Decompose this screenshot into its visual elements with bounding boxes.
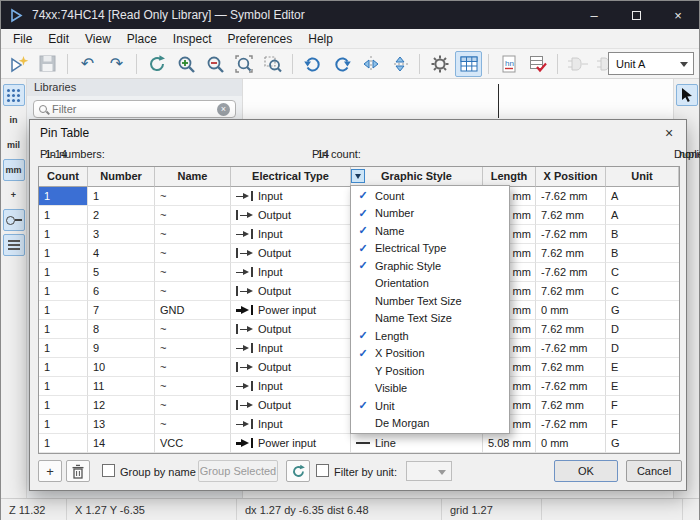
cell-count[interactable]: 1 — [39, 320, 88, 339]
cell-unit[interactable]: F — [606, 396, 679, 415]
column-menu-item[interactable]: ✓ Name — [351, 222, 509, 240]
cell-count[interactable]: 1 — [39, 282, 88, 301]
left-toolbar-button[interactable] — [3, 234, 25, 256]
cell-electrical-type[interactable]: Power input — [231, 301, 351, 320]
group-by-name-checkbox[interactable] — [102, 464, 115, 477]
delete-pin-button[interactable] — [66, 460, 90, 482]
cell-x-position[interactable]: 0 mm — [536, 301, 606, 320]
cell-x-position[interactable]: 7.62 mm — [536, 206, 606, 225]
cell-electrical-type[interactable]: Output — [231, 282, 351, 301]
cell-x-position[interactable]: 7.62 mm — [536, 396, 606, 415]
cell-unit[interactable]: G — [606, 301, 679, 320]
zoom-out-button[interactable] — [201, 51, 228, 77]
cell-number[interactable]: 11 — [88, 377, 155, 396]
cell-x-position[interactable]: -7.62 mm — [536, 377, 606, 396]
cell-x-position[interactable]: -7.62 mm — [536, 225, 606, 244]
cell-count[interactable]: 1 — [39, 187, 88, 206]
cell-x-position[interactable]: 0 mm — [536, 434, 606, 453]
menubar-item[interactable]: Preferences — [220, 32, 301, 46]
column-menu-anchor-button[interactable] — [351, 169, 365, 183]
cell-electrical-type[interactable]: Output — [231, 396, 351, 415]
column-menu-item[interactable]: ✓ Count — [351, 187, 509, 205]
left-toolbar-button[interactable]: mm — [3, 159, 25, 181]
cell-electrical-type[interactable]: Input — [231, 187, 351, 206]
new-symbol-button[interactable] — [5, 51, 32, 77]
cell-count[interactable]: 1 — [39, 244, 88, 263]
cell-electrical-type[interactable]: Output — [231, 206, 351, 225]
menubar-item[interactable]: Edit — [40, 32, 77, 46]
cell-number[interactable]: 9 — [88, 339, 155, 358]
save-button[interactable] — [34, 51, 61, 77]
undo-icon[interactable]: ↶ — [74, 51, 101, 77]
column-header[interactable]: Length — [483, 167, 536, 187]
cell-unit[interactable]: D — [606, 320, 679, 339]
cell-x-position[interactable]: -7.62 mm — [536, 415, 606, 434]
cell-name[interactable]: GND — [155, 301, 231, 320]
cell-unit[interactable]: C — [606, 282, 679, 301]
left-toolbar-button[interactable]: mil — [3, 134, 25, 156]
menubar-item[interactable]: File — [5, 32, 40, 46]
cell-count[interactable]: 1 — [39, 301, 88, 320]
cell-unit[interactable]: B — [606, 244, 679, 263]
cell-unit[interactable]: A — [606, 206, 679, 225]
cell-number[interactable]: 3 — [88, 225, 155, 244]
cell-unit[interactable]: D — [606, 339, 679, 358]
cell-unit[interactable]: E — [606, 358, 679, 377]
pin-table-button[interactable] — [455, 51, 482, 77]
cell-x-position[interactable]: 7.62 mm — [536, 320, 606, 339]
add-pin-button[interactable]: + — [38, 460, 62, 482]
cell-number[interactable]: 6 — [88, 282, 155, 301]
cell-electrical-type[interactable]: Input — [231, 377, 351, 396]
table-row[interactable]: 1 14 VCC Power input Line 5.08 mm 0 mm G — [39, 434, 679, 453]
cell-x-position[interactable]: 7.62 mm — [536, 358, 606, 377]
rotate-ccw-button[interactable] — [299, 51, 326, 77]
ok-button[interactable]: OK — [554, 460, 618, 482]
cell-name[interactable]: VCC — [155, 434, 231, 453]
refresh-view-button[interactable] — [143, 51, 170, 77]
column-menu-item[interactable]: ✓ Length — [351, 327, 509, 345]
left-toolbar-button[interactable]: in — [3, 109, 25, 131]
cell-electrical-type[interactable]: Output — [231, 320, 351, 339]
cell-x-position[interactable]: -7.62 mm — [536, 263, 606, 282]
left-toolbar-button[interactable] — [3, 84, 25, 106]
library-filter-input[interactable] — [52, 103, 217, 115]
cell-graphic-style[interactable]: Line — [351, 434, 483, 453]
cell-name[interactable]: ~ — [155, 187, 231, 206]
column-menu-item[interactable]: ✓ X Position — [351, 345, 509, 363]
cell-unit[interactable]: F — [606, 415, 679, 434]
cell-x-position[interactable]: 7.62 mm — [536, 282, 606, 301]
column-header[interactable]: X Position — [536, 167, 606, 187]
column-menu-item[interactable]: ✓ Number — [351, 205, 509, 223]
cell-unit[interactable]: B — [606, 225, 679, 244]
menubar-item[interactable]: View — [77, 32, 119, 46]
cell-number[interactable]: 1 — [88, 187, 155, 206]
column-menu-item[interactable]: ✓ Graphic Style — [351, 257, 509, 275]
column-menu-item[interactable]: ✓ De Morgan — [351, 415, 509, 433]
zoom-in-button[interactable] — [172, 51, 199, 77]
filter-by-unit-checkbox[interactable] — [316, 464, 329, 477]
column-menu-item[interactable]: ✓ Electrical Type — [351, 240, 509, 258]
cell-number[interactable]: 13 — [88, 415, 155, 434]
cell-count[interactable]: 1 — [39, 206, 88, 225]
symbol-checker-button[interactable] — [524, 51, 551, 77]
unit-filter-selector[interactable] — [406, 461, 452, 481]
cell-count[interactable]: 1 — [39, 377, 88, 396]
cell-count[interactable]: 1 — [39, 415, 88, 434]
cell-unit[interactable]: G — [606, 434, 679, 453]
cell-number[interactable]: 12 — [88, 396, 155, 415]
cell-name[interactable]: ~ — [155, 320, 231, 339]
cell-name[interactable]: ~ — [155, 282, 231, 301]
cell-count[interactable]: 1 — [39, 358, 88, 377]
cell-unit[interactable]: C — [606, 263, 679, 282]
symbol-properties-button[interactable] — [426, 51, 453, 77]
cell-count[interactable]: 1 — [39, 263, 88, 282]
cell-unit[interactable]: A — [606, 187, 679, 206]
left-toolbar-button[interactable]: + — [3, 184, 25, 206]
unit-selector[interactable]: Unit A — [608, 52, 694, 75]
cancel-button[interactable]: Cancel — [626, 460, 682, 482]
cell-electrical-type[interactable]: Power input — [231, 434, 351, 453]
refresh-grouping-button[interactable] — [286, 460, 310, 482]
dialog-close-button[interactable]: × — [654, 121, 684, 145]
column-header[interactable]: Unit — [606, 167, 679, 187]
cell-length[interactable]: 5.08 mm — [483, 434, 536, 453]
